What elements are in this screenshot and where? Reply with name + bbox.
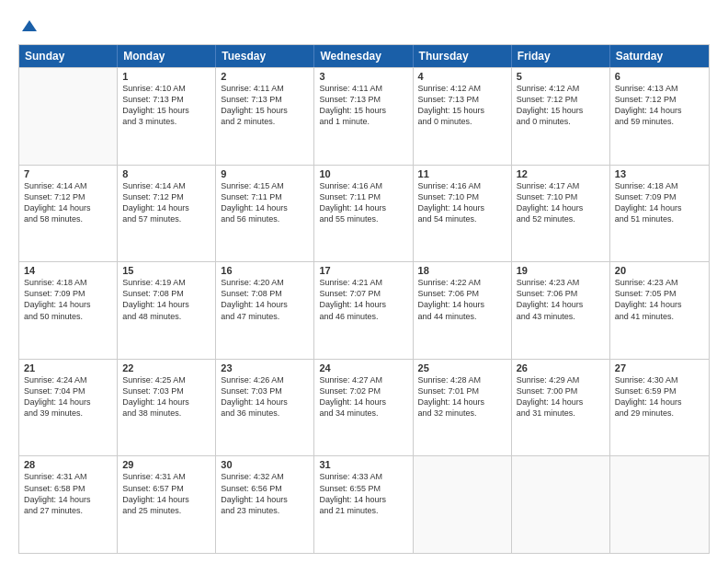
day-number: 1 (122, 71, 210, 82)
day-number: 3 (319, 71, 407, 82)
day-number: 2 (221, 71, 309, 82)
cell-line: Sunrise: 4:31 AM (24, 471, 112, 482)
calendar-header-cell: Saturday (610, 45, 709, 67)
cell-line: Sunrise: 4:17 AM (517, 180, 605, 191)
cell-line: Sunset: 7:11 PM (221, 191, 309, 202)
calendar-cell: 26Sunrise: 4:29 AMSunset: 7:00 PMDayligh… (512, 360, 610, 456)
calendar-cell: 5Sunrise: 4:12 AMSunset: 7:12 PMDaylight… (512, 68, 610, 165)
calendar-header: SundayMondayTuesdayWednesdayThursdayFrid… (19, 45, 709, 67)
cell-line: Sunset: 7:09 PM (615, 191, 704, 202)
cell-line: Daylight: 14 hours (517, 396, 605, 408)
calendar-cell: 13Sunrise: 4:18 AMSunset: 7:09 PMDayligh… (610, 166, 709, 262)
calendar-row: 21Sunrise: 4:24 AMSunset: 7:04 PMDayligh… (19, 359, 709, 456)
calendar-header-cell: Wednesday (314, 45, 413, 67)
day-number: 8 (122, 168, 210, 179)
calendar-header-cell: Monday (118, 45, 216, 67)
cell-line: Sunset: 7:05 PM (615, 288, 704, 299)
cell-line: Sunset: 7:12 PM (615, 94, 704, 105)
day-number: 6 (615, 71, 704, 82)
cell-line: Daylight: 14 hours (615, 396, 704, 408)
calendar-header-cell: Friday (512, 45, 610, 67)
cell-line: Daylight: 14 hours (418, 202, 506, 213)
cell-line: and 34 minutes. (319, 408, 407, 419)
calendar-cell: 30Sunrise: 4:32 AMSunset: 6:56 PMDayligh… (216, 456, 314, 553)
day-number: 27 (615, 362, 704, 373)
calendar-cell: 18Sunrise: 4:22 AMSunset: 7:06 PMDayligh… (414, 262, 512, 359)
calendar-cell: 11Sunrise: 4:16 AMSunset: 7:10 PMDayligh… (414, 166, 512, 262)
cell-line: Daylight: 14 hours (122, 494, 210, 505)
cell-line: Daylight: 14 hours (24, 396, 112, 408)
calendar-cell: 25Sunrise: 4:28 AMSunset: 7:01 PMDayligh… (414, 360, 512, 456)
cell-line: and 58 minutes. (24, 213, 112, 224)
header (18, 18, 710, 37)
cell-line: and 46 minutes. (319, 311, 407, 322)
cell-line: and 0 minutes. (517, 116, 605, 127)
cell-line: Daylight: 15 hours (122, 105, 210, 116)
cell-line: Daylight: 14 hours (319, 202, 407, 213)
cell-line: Sunset: 7:10 PM (517, 191, 605, 202)
cell-line: Sunset: 7:03 PM (221, 385, 309, 396)
calendar-cell: 21Sunrise: 4:24 AMSunset: 7:04 PMDayligh… (19, 360, 118, 456)
cell-line: Sunrise: 4:19 AM (122, 277, 210, 288)
cell-line: and 50 minutes. (24, 311, 112, 322)
day-number: 21 (24, 362, 112, 373)
cell-line: and 51 minutes. (615, 213, 704, 224)
cell-line: Daylight: 14 hours (24, 299, 112, 310)
cell-line: Sunrise: 4:14 AM (122, 180, 210, 191)
cell-line: Sunrise: 4:20 AM (221, 277, 309, 288)
cell-line: Sunrise: 4:24 AM (24, 374, 112, 385)
cell-line: Daylight: 14 hours (24, 202, 112, 213)
cell-line: and 48 minutes. (122, 311, 210, 322)
cell-line: Sunset: 7:13 PM (319, 94, 407, 105)
calendar-cell: 4Sunrise: 4:12 AMSunset: 7:13 PMDaylight… (414, 68, 512, 165)
calendar-cell: 17Sunrise: 4:21 AMSunset: 7:07 PMDayligh… (314, 262, 413, 359)
cell-line: Sunset: 7:03 PM (122, 385, 210, 396)
cell-line: and 23 minutes. (221, 505, 309, 516)
cell-line: and 55 minutes. (319, 213, 407, 224)
cell-line: Sunset: 7:12 PM (24, 191, 112, 202)
cell-line: Sunset: 7:11 PM (319, 191, 407, 202)
cell-line: Daylight: 14 hours (24, 494, 112, 505)
logo-icon (20, 18, 39, 37)
cell-line: and 38 minutes. (122, 408, 210, 419)
cell-line: and 21 minutes. (319, 505, 407, 516)
calendar: SundayMondayTuesdayWednesdayThursdayFrid… (18, 44, 710, 554)
page: SundayMondayTuesdayWednesdayThursdayFrid… (0, 0, 728, 563)
cell-line: and 29 minutes. (615, 408, 704, 419)
cell-line: Sunset: 7:13 PM (221, 94, 309, 105)
day-number: 25 (418, 362, 506, 373)
cell-line: Sunrise: 4:23 AM (517, 277, 605, 288)
cell-line: Daylight: 15 hours (221, 105, 309, 116)
cell-line: Daylight: 14 hours (221, 396, 309, 408)
calendar-cell: 2Sunrise: 4:11 AMSunset: 7:13 PMDaylight… (216, 68, 314, 165)
calendar-cell: 1Sunrise: 4:10 AMSunset: 7:13 PMDaylight… (118, 68, 216, 165)
cell-line: Sunrise: 4:11 AM (221, 83, 309, 94)
calendar-header-cell: Tuesday (216, 45, 314, 67)
cell-line: Sunrise: 4:22 AM (418, 277, 506, 288)
cell-line: Sunrise: 4:12 AM (517, 83, 605, 94)
cell-line: Daylight: 14 hours (418, 396, 506, 408)
cell-line: Sunrise: 4:18 AM (24, 277, 112, 288)
calendar-cell: 14Sunrise: 4:18 AMSunset: 7:09 PMDayligh… (19, 262, 118, 359)
calendar-cell: 28Sunrise: 4:31 AMSunset: 6:58 PMDayligh… (19, 456, 118, 553)
cell-line: Daylight: 14 hours (418, 299, 506, 310)
cell-line: Daylight: 14 hours (221, 299, 309, 310)
calendar-body: 1Sunrise: 4:10 AMSunset: 7:13 PMDaylight… (19, 67, 709, 553)
calendar-cell: 3Sunrise: 4:11 AMSunset: 7:13 PMDaylight… (314, 68, 413, 165)
cell-line: Sunrise: 4:16 AM (319, 180, 407, 191)
day-number: 22 (122, 362, 210, 373)
cell-line: Daylight: 14 hours (221, 202, 309, 213)
cell-line: Sunset: 6:59 PM (615, 385, 704, 396)
cell-line: Sunset: 7:13 PM (122, 94, 210, 105)
cell-line: Sunrise: 4:28 AM (418, 374, 506, 385)
day-number: 24 (319, 362, 407, 373)
day-number: 7 (24, 168, 112, 179)
day-number: 18 (418, 265, 506, 276)
calendar-cell: 22Sunrise: 4:25 AMSunset: 7:03 PMDayligh… (118, 360, 216, 456)
calendar-cell: 8Sunrise: 4:14 AMSunset: 7:12 PMDaylight… (118, 166, 216, 262)
day-number: 23 (221, 362, 309, 373)
calendar-cell: 16Sunrise: 4:20 AMSunset: 7:08 PMDayligh… (216, 262, 314, 359)
cell-line: Daylight: 14 hours (615, 105, 704, 116)
cell-line: Sunset: 6:58 PM (24, 483, 112, 494)
day-number: 26 (517, 362, 605, 373)
